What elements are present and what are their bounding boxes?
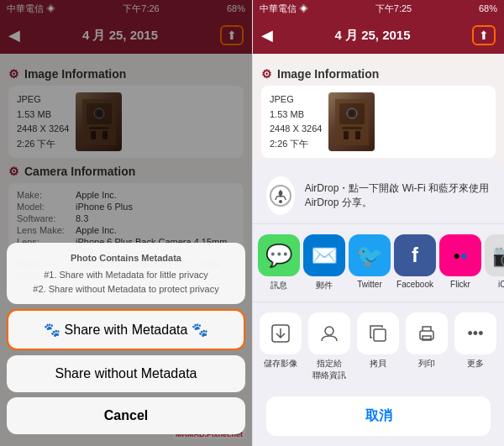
twitter-icon: 🐦 [349,234,391,276]
save-image-label: 儲存影像 [264,358,297,370]
share-app-flickr[interactable]: ●● Flickr [441,234,480,291]
flickr-icon: ●● [439,234,481,276]
share-apps-row: 💬 訊息 ✉️ 郵件 🐦 Twitter f Facebook [253,224,504,302]
action-sheet-info: Photo Contains Metadata #1. Share with M… [7,243,245,305]
print-icon [406,312,448,354]
messages-icon: 💬 [258,234,300,276]
share-app-more[interactable]: 📷 iC... [486,234,504,291]
messages-label: 訊息 [270,280,287,291]
left-phone-panel: 中華電信 ◈ 下午7:26 68% ◀ 4 月 25, 2015 ⬆ ⚙ Ima… [0,0,252,446]
share-action-print[interactable]: 列印 [406,312,448,381]
airdrop-text: AirDrop・點一下開啟 Wi-Fi 和藍牙來使用 AirDrop 分享。 [305,181,491,210]
flickr-label: Flickr [450,280,470,289]
action-info-title: Photo Contains Metadata [18,251,234,265]
share-action-copy[interactable]: 拷貝 [357,312,399,381]
mail-icon: ✉️ [303,234,345,276]
share-action-more[interactable]: ••• 更多 [454,312,496,381]
assign-contact-label: 指定給聯絡資訊 [312,358,346,381]
svg-rect-20 [423,336,431,340]
share-cancel-btn[interactable]: 取消 [266,396,491,436]
right-share-sheet: AirDrop・點一下開啟 Wi-Fi 和藍牙來使用 AirDrop 分享。 💬… [253,160,504,446]
svg-rect-18 [374,329,386,341]
share-without-metadata-btn[interactable]: Share without Metadata [7,355,245,392]
left-action-sheet-overlay: Photo Contains Metadata #1. Share with M… [0,0,252,446]
airdrop-row[interactable]: AirDrop・點一下開啟 Wi-Fi 和藍牙來使用 AirDrop 分享。 [253,168,504,224]
action-sheet-cancel-btn[interactable]: Cancel [7,397,245,434]
share-app-messages[interactable]: 💬 訊息 [260,234,298,291]
share-with-metadata-btn[interactable]: 🐾 Share with Metadata 🐾 [7,309,245,350]
action-info-text2: #2. Share without Metadata to protect pr… [18,282,234,296]
copy-label: 拷貝 [370,358,386,370]
left-action-sheet: Photo Contains Metadata #1. Share with M… [0,243,252,447]
share-cancel-bar: 取消 [253,391,504,446]
share-action-save[interactable]: 儲存影像 [260,312,302,381]
copy-icon [357,312,399,354]
share-app-mail[interactable]: ✉️ 郵件 [305,234,344,291]
right-phone-panel: 中華電信 ◈ 下午7:25 68% ◀ 4 月 25, 2015 ⬆ ⚙ Ima… [252,0,504,446]
save-image-icon [260,312,302,354]
svg-point-15 [279,200,282,203]
airdrop-icon [266,176,295,215]
facebook-label: Facebook [396,280,433,289]
print-label: 列印 [418,358,435,370]
assign-contact-icon [308,312,350,354]
twitter-label: Twitter [357,280,381,289]
more-actions-icon: ••• [454,312,496,354]
more-apps-icon: 📷 [485,234,504,276]
facebook-icon: f [394,234,436,276]
svg-point-17 [325,327,333,335]
mail-label: 郵件 [316,280,333,291]
more-apps-label: iC... [498,280,504,289]
action-info-text1: #1. Share with Metadata for little priva… [18,268,234,282]
more-actions-label: 更多 [467,358,484,370]
share-actions-row: 儲存影像 指定給聯絡資訊 [253,302,504,391]
share-app-twitter[interactable]: 🐦 Twitter [350,234,389,291]
share-action-contact[interactable]: 指定給聯絡資訊 [308,312,350,381]
share-app-facebook[interactable]: f Facebook [396,234,434,291]
right-share-sheet-overlay: AirDrop・點一下開啟 Wi-Fi 和藍牙來使用 AirDrop 分享。 💬… [253,0,504,446]
